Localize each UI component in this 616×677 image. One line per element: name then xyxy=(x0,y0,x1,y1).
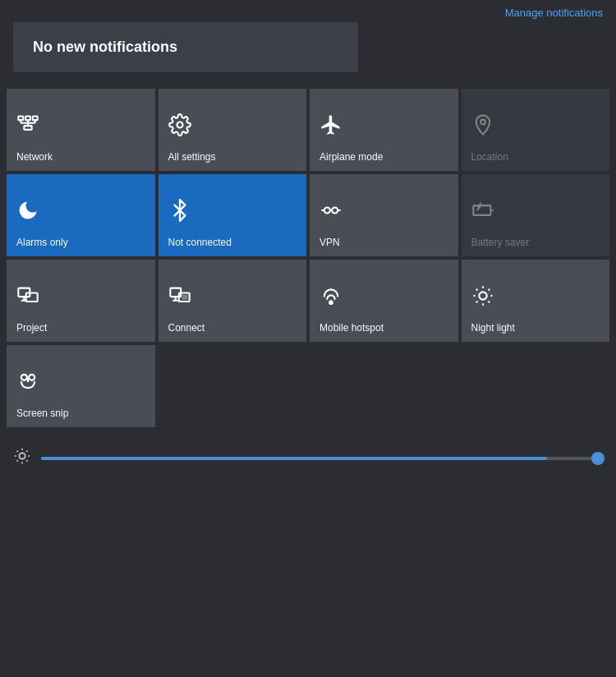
tile-battery-saver[interactable]: Battery saver xyxy=(462,174,610,256)
tile-battery-saver-label: Battery saver xyxy=(471,237,530,248)
tile-screen-snip-label: Screen snip xyxy=(16,408,68,419)
tile-alarms-only-label: Alarms only xyxy=(16,237,68,248)
svg-line-35 xyxy=(476,302,477,303)
svg-line-36 xyxy=(488,289,490,291)
svg-point-37 xyxy=(21,375,27,380)
tile-location[interactable]: Location xyxy=(462,89,610,171)
quick-actions-row3: Project Connect xyxy=(0,260,616,345)
tile-vpn-label: VPN xyxy=(319,237,340,248)
brightness-slider-thumb xyxy=(591,452,605,465)
svg-rect-1 xyxy=(25,117,30,121)
tile-project[interactable]: Project xyxy=(7,260,155,342)
battery-icon xyxy=(471,199,600,222)
settings-icon xyxy=(168,113,297,136)
top-bar: Manage notifications xyxy=(0,0,616,22)
svg-line-48 xyxy=(26,451,27,452)
hotspot-icon xyxy=(319,284,448,307)
tile-mobile-hotspot-label: Mobile hotspot xyxy=(319,322,384,334)
svg-point-40 xyxy=(19,453,25,458)
quick-actions-row1: Network All settings Airplane mode xyxy=(0,85,616,174)
tile-network-label: Network xyxy=(16,151,53,163)
tile-all-settings[interactable]: All settings xyxy=(159,89,307,171)
snip-icon xyxy=(16,370,145,393)
svg-line-47 xyxy=(17,460,18,461)
tile-all-settings-label: All settings xyxy=(168,151,216,163)
svg-point-9 xyxy=(177,122,182,128)
quick-actions-row4: Screen snip xyxy=(0,345,616,431)
svg-point-12 xyxy=(332,208,338,214)
svg-rect-2 xyxy=(33,117,38,121)
brightness-area xyxy=(0,431,616,482)
no-notifications-box: No new notifications xyxy=(13,22,358,72)
action-center: Manage notifications No new notification… xyxy=(0,0,616,677)
svg-rect-8 xyxy=(24,126,31,130)
location-icon xyxy=(471,113,600,136)
svg-point-11 xyxy=(324,208,330,214)
svg-point-27 xyxy=(329,301,333,304)
project-icon xyxy=(16,284,145,307)
tile-airplane-mode[interactable]: Airplane mode xyxy=(310,89,458,171)
tile-night-light[interactable]: Night light xyxy=(462,260,610,342)
svg-rect-16 xyxy=(473,205,490,215)
tile-night-light-label: Night light xyxy=(471,322,515,334)
tile-connect[interactable]: Connect xyxy=(159,260,307,342)
empty-tile-3 xyxy=(462,345,610,427)
svg-line-45 xyxy=(17,451,18,452)
svg-line-33 xyxy=(476,289,477,291)
empty-tile-2 xyxy=(310,345,458,427)
svg-point-10 xyxy=(480,120,485,125)
tile-airplane-mode-label: Airplane mode xyxy=(319,151,383,163)
connect-icon xyxy=(168,284,297,307)
svg-rect-26 xyxy=(182,295,187,300)
tile-location-label: Location xyxy=(471,151,508,163)
brightness-slider-fill xyxy=(41,457,547,460)
network-icon xyxy=(16,113,145,136)
notification-area: No new notifications xyxy=(0,22,616,85)
brightness-sun-icon xyxy=(13,447,31,469)
svg-rect-0 xyxy=(18,117,23,121)
svg-point-28 xyxy=(479,292,486,299)
no-notifications-text: No new notifications xyxy=(33,39,177,55)
moon-icon xyxy=(16,199,145,222)
nightlight-icon xyxy=(471,284,600,307)
vpn-icon xyxy=(319,199,448,222)
tile-network[interactable]: Network xyxy=(7,89,155,171)
quick-actions-row2: Alarms only Not connected xyxy=(0,174,616,260)
tile-connect-label: Connect xyxy=(168,322,205,334)
tile-screen-snip[interactable]: Screen snip xyxy=(7,345,155,427)
svg-line-34 xyxy=(488,302,490,303)
tile-bluetooth[interactable]: Not connected xyxy=(159,174,307,256)
empty-tile-1 xyxy=(159,345,307,427)
tile-mobile-hotspot[interactable]: Mobile hotspot xyxy=(310,260,458,342)
manage-notifications-link[interactable]: Manage notifications xyxy=(505,7,603,19)
tile-project-label: Project xyxy=(16,322,47,334)
brightness-slider-track[interactable] xyxy=(41,457,603,460)
tile-vpn[interactable]: VPN xyxy=(310,174,458,256)
svg-point-38 xyxy=(29,375,34,380)
bluetooth-icon xyxy=(168,199,297,222)
tile-bluetooth-label: Not connected xyxy=(168,237,232,248)
airplane-icon xyxy=(319,113,448,136)
svg-line-46 xyxy=(26,460,27,461)
tile-alarms-only[interactable]: Alarms only xyxy=(7,174,155,256)
